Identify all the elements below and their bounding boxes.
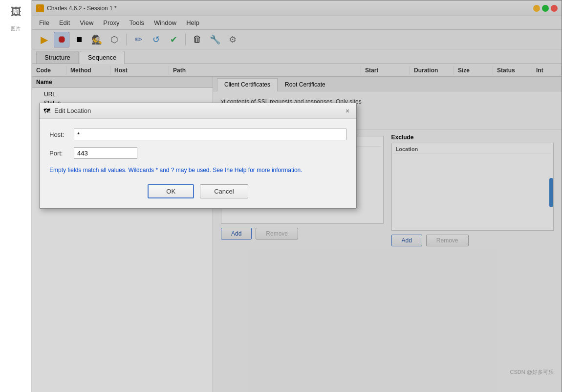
dialog-title-bar: 🗺 Edit Location × [40,103,356,119]
edit-location-dialog: 🗺 Edit Location × Host: Port: Empty fiel… [39,103,357,209]
dialog-info-text: Empty fields match all values. Wildcards… [49,166,346,174]
dialog-close-btn[interactable]: × [343,106,352,116]
host-input[interactable] [74,129,346,140]
dialog-buttons: OK Cancel [49,184,346,198]
left-sidebar: 🖼 图片 [0,0,32,392]
sidebar-label: 图片 [0,24,31,33]
dialog-body: Host: Port: Empty fields match all value… [40,119,356,208]
host-label: Host: [49,131,74,138]
port-input[interactable] [74,147,137,159]
dialog-ok-btn[interactable]: OK [148,184,194,198]
dialog-icon: 🗺 [43,107,51,115]
port-row: Port: [49,147,346,159]
dialog-title: Edit Location [54,107,91,114]
port-label: Port: [49,150,74,157]
dialog-cancel-btn[interactable]: Cancel [200,184,248,198]
host-row: Host: [49,129,346,140]
sidebar-image-icon: 🖼 [0,0,32,24]
